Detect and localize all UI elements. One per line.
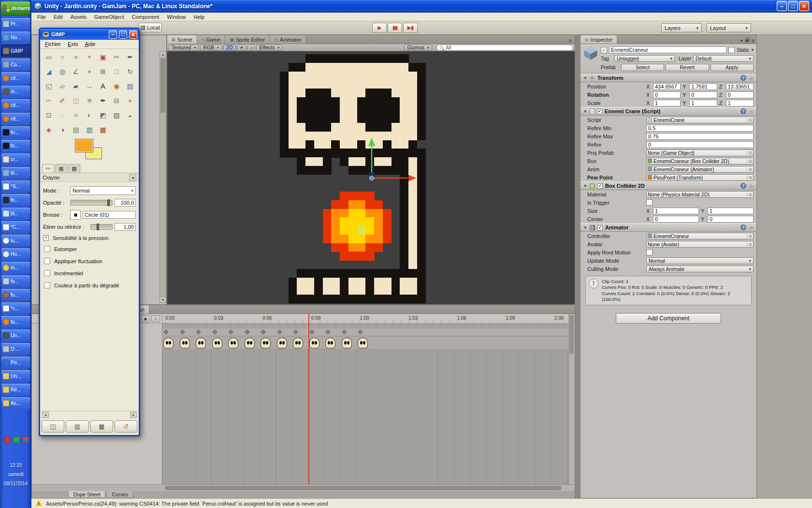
menu-item-window[interactable]: Window	[163, 13, 189, 21]
size-x-field[interactable]: 1	[653, 208, 699, 214]
box-object-field[interactable]: EnnemiCraneur (Box Collider 2D)⊙	[646, 158, 754, 164]
gimp-tool-9[interactable]: ∠	[69, 64, 83, 79]
checkbox-incr-mentiel[interactable]	[44, 270, 50, 276]
timeline-ruler[interactable]: 0:000:030:060:091:001:031:061:092:00	[162, 314, 569, 324]
refire-max-field[interactable]: 0.75	[646, 133, 754, 140]
network-icon[interactable]	[22, 436, 29, 443]
scene-search-field[interactable]: All	[436, 45, 573, 51]
refire-field[interactable]: 0	[646, 141, 754, 148]
help-icon[interactable]: ?	[740, 224, 746, 230]
start-button[interactable]: démarrer	[0, 1, 30, 15]
sprite-frame-thumbnail[interactable]	[212, 338, 222, 348]
taskbar-button-un-23[interactable]: Un...	[1, 329, 30, 342]
restore-options-button[interactable]: ▥	[66, 420, 88, 433]
gear-icon[interactable]: ☼	[749, 108, 754, 114]
taskbar-button-cit-4[interactable]: cit...	[1, 72, 30, 84]
menu-item-edit[interactable]: Edit	[50, 13, 67, 21]
sprite-frame-thumbnail[interactable]	[228, 338, 238, 348]
scale-z-field[interactable]: 1	[726, 100, 754, 106]
taskbar-button-fa-19[interactable]: fa...	[1, 275, 30, 287]
position-x-field[interactable]: 434.6567	[653, 83, 681, 90]
chevron-down-icon[interactable]: ▾	[740, 38, 743, 43]
proj-prefab-object-field[interactable]: None (Game Object)⊙	[646, 149, 754, 156]
gimp-tool-38[interactable]: ▥	[83, 122, 96, 137]
scroll-right-icon[interactable]: ▸	[130, 412, 137, 418]
gimp-dialog-tab-2[interactable]: ▩	[68, 164, 80, 173]
sprite-frame-thumbnail[interactable]	[180, 338, 190, 348]
object-picker-icon[interactable]: ⊙	[747, 234, 752, 239]
maximize-button[interactable]: □	[788, 1, 798, 11]
status-bar[interactable]: ! Assets/Perso/Perso.cs(24,49): warning …	[31, 498, 812, 508]
gimp-tool-0[interactable]: ▭	[42, 50, 56, 64]
auto-follow-button[interactable]: ◂	[129, 174, 136, 181]
tab-scene[interactable]: ⊞Scene	[167, 35, 197, 44]
collider-enabled-checkbox[interactable]	[597, 183, 603, 189]
center-x-field[interactable]: 0	[653, 216, 699, 223]
tool-options-scrollbar[interactable]: ◂ ▸	[42, 411, 137, 418]
opacity-value-field[interactable]: 100,0	[115, 199, 136, 207]
object-picker-icon[interactable]: ⊙	[747, 192, 752, 197]
gimp-dialog-tab-1[interactable]: ▦	[55, 164, 67, 173]
effects-dropdown[interactable]: Effects	[256, 45, 282, 51]
gimp-tool-7[interactable]: ◢	[42, 64, 56, 79]
lock-icon[interactable]	[745, 39, 749, 42]
taskbar-button-ca-3[interactable]: Ca...	[1, 58, 30, 71]
scroll-up-icon[interactable]: ▲	[160, 52, 166, 58]
gimp-tool-34[interactable]: ◒	[123, 108, 137, 122]
taskbar-clock[interactable]: 12:33 samedi 08/11/2014	[0, 461, 31, 488]
play-button[interactable]: ▶	[372, 23, 387, 33]
layout-dropdown[interactable]: Layout	[707, 23, 751, 32]
lighting-toggle[interactable]: ☀	[237, 45, 246, 51]
gimp-dialog-tab-0[interactable]: ✏	[42, 164, 54, 173]
render-channels-dropdown[interactable]: RGB	[200, 45, 222, 51]
static-dropdown-icon[interactable]: ▾	[751, 47, 754, 52]
keyframe-diamond[interactable]	[164, 330, 169, 335]
gear-icon[interactable]: ☼	[749, 75, 754, 81]
gimp-titlebar[interactable]: GIMP – □ ×	[40, 29, 139, 40]
center-y-field[interactable]: 0	[708, 216, 754, 223]
controller-object-field[interactable]: EnnemiCraneur ⊙	[646, 233, 754, 239]
taskbar-button-c-21[interactable]: *c...	[1, 302, 30, 314]
rotation-x-field[interactable]: 0	[653, 91, 681, 98]
object-picker-icon[interactable]: ⊙	[747, 150, 752, 155]
tab-menu-icon[interactable]: ≡	[752, 38, 754, 44]
add-keyframe-button[interactable]: ◆	[141, 315, 150, 322]
taskbar-button-cit-6[interactable]: cit...	[1, 99, 30, 111]
help-icon[interactable]: ?	[740, 183, 746, 189]
reset-options-button[interactable]: ↺	[115, 420, 137, 433]
dopesheet-area[interactable]	[162, 350, 569, 484]
animator-enabled-checkbox[interactable]	[597, 225, 603, 230]
gimp-tool-31[interactable]: ◐	[83, 108, 96, 122]
keyframe-diamond[interactable]	[309, 330, 314, 335]
active-checkbox[interactable]	[601, 47, 607, 53]
rotation-z-field[interactable]: 0	[726, 91, 754, 98]
taskbar-button-fu-20[interactable]: fu...	[1, 288, 30, 301]
gimp-tool-29[interactable]: ◌	[56, 108, 69, 122]
menu-item-gameobject[interactable]: GameObject	[90, 13, 128, 21]
gimp-tool-27[interactable]: +	[123, 93, 137, 108]
keyframe-diamond[interactable]	[261, 330, 266, 335]
gimp-tool-6[interactable]: ✒	[123, 50, 137, 64]
taskbar-button-c-15[interactable]: *C...	[1, 221, 30, 233]
tab-game[interactable]: ◖Game	[197, 35, 225, 44]
tag-dropdown[interactable]: Untagged	[614, 55, 675, 62]
tab-sprite-editor[interactable]: ▦Sprite Editor	[225, 35, 270, 44]
gimp-tool-4[interactable]: ▣	[96, 50, 110, 64]
script-object-field[interactable]: EnnemiCrane⊙	[646, 117, 754, 123]
taskbar-button-fo-8[interactable]: fo...	[1, 126, 30, 138]
object-picker-icon[interactable]: ⊙	[747, 118, 752, 122]
pew-point-object-field[interactable]: PiouPoint (Transform)⊙	[646, 174, 754, 181]
foldout-icon[interactable]: ▼	[583, 225, 587, 230]
gimp-tool-20[interactable]: ▨	[123, 79, 137, 93]
avatar-object-field[interactable]: None (Avatar) ⊙	[646, 241, 754, 248]
sprite-frame-thumbnail[interactable]	[196, 338, 206, 348]
animation-timeline-area[interactable]: 0:000:030:060:091:001:031:061:092:00	[162, 314, 569, 484]
brush-scale-field[interactable]: 1,00	[115, 223, 136, 231]
taskbar-button-gimp-2[interactable]: GIMP	[1, 45, 30, 57]
foldout-icon[interactable]: ▼	[583, 76, 587, 80]
taskbar-button-lu-16[interactable]: lu...	[1, 234, 30, 247]
gimp-tool-14[interactable]: ◱	[42, 79, 56, 93]
layer-dropdown[interactable]: Default	[693, 55, 754, 62]
paint-mode-dropdown[interactable]: Normal	[70, 186, 136, 195]
taskbar-button-d-24[interactable]: D:...	[1, 343, 30, 355]
